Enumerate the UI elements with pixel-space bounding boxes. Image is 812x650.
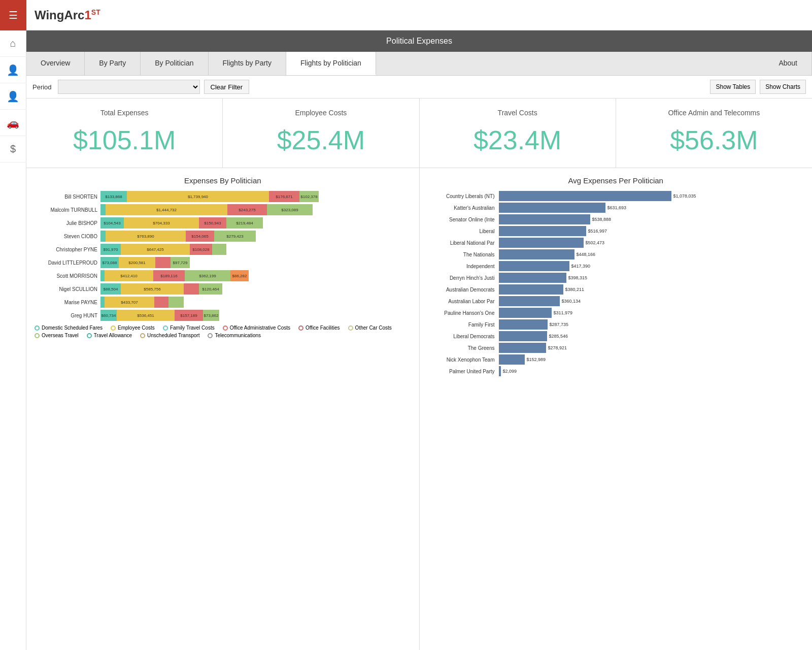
kpi-total-expenses-title: Total Expenses bbox=[37, 109, 212, 117]
politician-bars: $412,410$189,116$362,199$86,282 bbox=[100, 270, 249, 281]
party-name: Australian Democrats bbox=[428, 287, 499, 292]
legend-telecomms: Telecommunications bbox=[208, 333, 261, 338]
bar-segment: $88,504 bbox=[100, 283, 121, 295]
kpi-total-expenses-value: $105.1M bbox=[37, 125, 212, 155]
sidebar-home-icon[interactable]: ⌂ bbox=[0, 30, 26, 57]
legend-dot-telecomms bbox=[208, 333, 213, 338]
legend-label-family: Family Travel Costs bbox=[170, 325, 215, 331]
list-item: Katter's Australian$631,693 bbox=[428, 203, 804, 213]
politician-name: Malcolm TURNBULL bbox=[35, 207, 100, 213]
legend-dot-family bbox=[163, 326, 168, 331]
politician-bars: $433,707 bbox=[100, 297, 184, 308]
sidebar-upload-icon[interactable]: 👤 bbox=[0, 83, 26, 110]
bar-segment bbox=[212, 244, 226, 255]
kpi-travel-costs: Travel Costs $23.4M bbox=[420, 99, 616, 168]
bar-segment: $412,410 bbox=[105, 270, 153, 281]
bar-segment: $200,581 bbox=[119, 257, 155, 268]
show-tables-button[interactable]: Show Tables bbox=[710, 80, 756, 94]
bar-segment: $73,088 bbox=[100, 257, 119, 268]
legend-domestic: Domestic Scheduled Fares bbox=[35, 325, 103, 331]
table-row: Marise PAYNE$433,707 bbox=[35, 297, 411, 308]
bar-segment bbox=[100, 297, 105, 308]
kpi-travel-costs-title: Travel Costs bbox=[430, 109, 605, 117]
party-name: Liberal National Par bbox=[428, 240, 499, 246]
avg-bar-value: $417,390 bbox=[569, 264, 591, 269]
politician-name: Christopher PYNE bbox=[35, 247, 100, 252]
legend-label-domestic: Domestic Scheduled Fares bbox=[42, 325, 103, 331]
clear-filter-button[interactable]: Clear Filter bbox=[204, 80, 250, 94]
legend-travel-allow: Travel Allowance bbox=[87, 333, 132, 338]
politician-bars: $133,868$1,739,940$176,671$102,378 bbox=[100, 191, 319, 202]
header-bar: WingArc1ST bbox=[26, 0, 812, 30]
table-row: David LITTLEPROUD$73,088$200,581$97,729 bbox=[35, 257, 411, 268]
legend-label-travel-allow: Travel Allowance bbox=[94, 333, 132, 338]
tab-by-politician[interactable]: By Politician bbox=[141, 52, 208, 75]
politician-name: Bill SHORTEN bbox=[35, 194, 100, 200]
bar-segment: $1,739,940 bbox=[127, 191, 269, 202]
list-item: Liberal Democrats$285,546 bbox=[428, 331, 804, 341]
kpi-employee-costs-title: Employee Costs bbox=[233, 109, 409, 117]
bar-segment: $150,943 bbox=[199, 217, 226, 229]
sidebar-dollar-icon[interactable]: $ bbox=[0, 136, 26, 162]
sidebar-logo: ☰ bbox=[0, 0, 26, 30]
list-item: The Nationals$448,166 bbox=[428, 249, 804, 259]
kpi-row: Total Expenses $105.1M Employee Costs $2… bbox=[26, 99, 812, 168]
avg-bar-value: $398,315 bbox=[566, 275, 588, 280]
main-content: WingArc1ST Political Expenses Overview B… bbox=[26, 0, 812, 650]
avg-bar-value: $311,979 bbox=[552, 310, 573, 315]
legend-overseas: Overseas Travel bbox=[35, 333, 79, 338]
avg-bar-value: $1,078,035 bbox=[671, 193, 696, 199]
sidebar-car-icon[interactable]: 🚗 bbox=[0, 110, 26, 136]
bar-segment: $73,862 bbox=[203, 310, 219, 321]
avg-bar bbox=[499, 273, 566, 283]
politician-bar-chart: Bill SHORTEN$133,868$1,739,940$176,671$1… bbox=[35, 191, 411, 321]
bar-segment: $433,707 bbox=[105, 297, 154, 308]
legend-label-office-admin: Office Administrative Costs bbox=[230, 325, 290, 331]
avg-bar bbox=[499, 308, 552, 318]
bar-segment: $763,890 bbox=[106, 231, 186, 242]
tab-about[interactable]: About bbox=[764, 52, 812, 75]
period-label: Period bbox=[32, 83, 52, 91]
tab-flights-by-politician[interactable]: Flights by Politician bbox=[286, 52, 376, 75]
table-row: Malcolm TURNBULL$1,444,732$243,275$323,0… bbox=[35, 204, 411, 215]
bar-segment: $176,671 bbox=[269, 191, 299, 202]
list-item: Independent$417,390 bbox=[428, 261, 804, 271]
chart-legend: Domestic Scheduled Fares Employee Costs … bbox=[35, 325, 411, 338]
list-item: Liberal$516,997 bbox=[428, 226, 804, 236]
avg-bar bbox=[499, 331, 547, 341]
avg-bar bbox=[499, 203, 605, 213]
legend-label-overseas: Overseas Travel bbox=[42, 333, 79, 338]
logo: WingArc1ST bbox=[35, 8, 100, 22]
tab-overview[interactable]: Overview bbox=[26, 52, 85, 75]
politician-name: Steven CIOBO bbox=[35, 234, 100, 239]
party-name: The Nationals bbox=[428, 252, 499, 257]
avg-bar-value: $285,546 bbox=[547, 334, 568, 339]
table-row: Julie BISHOP$104,543$704,333$150,943$219… bbox=[35, 217, 411, 229]
party-name: Pauline Hanson's One bbox=[428, 310, 499, 316]
table-row: Bill SHORTEN$133,868$1,739,940$176,671$1… bbox=[35, 191, 411, 202]
period-select[interactable] bbox=[58, 80, 200, 94]
avg-bar-value: $380,211 bbox=[563, 287, 585, 292]
sidebar-person-icon[interactable]: 👤 bbox=[0, 57, 26, 83]
tab-flights-by-party[interactable]: Flights by Party bbox=[209, 52, 286, 75]
avg-bar bbox=[499, 296, 560, 306]
table-row: Greg HUNT$60,734$536,451$157,189$73,862 bbox=[35, 310, 411, 321]
legend-dot-office-admin bbox=[223, 326, 228, 331]
tab-by-party[interactable]: By Party bbox=[85, 52, 141, 75]
kpi-office-admin-title: Office Admin and Telecomms bbox=[626, 109, 802, 117]
party-name: The Greens bbox=[428, 345, 499, 351]
avg-bar bbox=[499, 261, 569, 271]
logo-accent: 1 bbox=[84, 8, 91, 22]
kpi-travel-costs-value: $23.4M bbox=[430, 125, 605, 155]
bar-segment: $91,970 bbox=[100, 244, 121, 255]
avg-bar bbox=[499, 191, 671, 201]
bar-segment: $157,189 bbox=[175, 310, 203, 321]
bar-segment bbox=[154, 297, 168, 308]
legend-office-admin: Office Administrative Costs bbox=[223, 325, 290, 331]
legend-unscheduled: Unscheduled Transport bbox=[140, 333, 199, 338]
show-charts-button[interactable]: Show Charts bbox=[760, 80, 806, 94]
list-item: Australian Democrats$380,211 bbox=[428, 284, 804, 295]
party-name: Australian Labor Par bbox=[428, 299, 499, 304]
legend-dot-other-car bbox=[348, 326, 353, 331]
bar-segment bbox=[168, 297, 184, 308]
